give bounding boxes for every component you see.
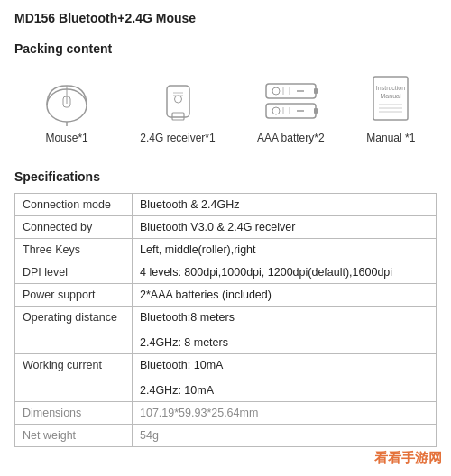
watermark: 看看手游网 xyxy=(374,450,442,467)
svg-rect-5 xyxy=(172,113,184,120)
svg-point-11 xyxy=(272,87,280,95)
receiver-icon xyxy=(153,77,203,126)
spec-label: Three Keys xyxy=(15,239,133,261)
specs-title: Specifications xyxy=(14,169,437,184)
spec-label: Net weight xyxy=(15,425,133,447)
mouse-icon xyxy=(35,77,98,126)
packing-title: Packing content xyxy=(14,41,437,56)
spec-label: Connected by xyxy=(15,216,133,239)
table-row: Connection modeBluetooth & 2.4GHz xyxy=(15,194,437,216)
spec-label: DPI level xyxy=(15,261,133,284)
table-row: Power support2*AAA batteries (included) xyxy=(15,284,437,307)
spec-label: Working current xyxy=(15,354,133,402)
svg-rect-16 xyxy=(314,108,318,114)
svg-rect-9 xyxy=(266,84,316,98)
packing-label-battery: AAA battery*2 xyxy=(257,132,325,144)
svg-text:Instruction: Instruction xyxy=(376,85,405,91)
packing-item-mouse: Mouse*1 xyxy=(35,77,98,144)
spec-label: Operating distance xyxy=(15,307,133,354)
svg-rect-10 xyxy=(314,88,318,94)
spec-value: 107.19*59.93*25.64mm xyxy=(133,402,437,425)
packing-label-mouse: Mouse*1 xyxy=(45,132,87,144)
spec-label: Dimensions xyxy=(15,402,133,425)
page-title: MD156 Bluetooth+2.4G Mouse xyxy=(14,11,437,25)
svg-rect-15 xyxy=(266,104,316,118)
packing-label-receiver: 2.4G receiver*1 xyxy=(140,132,215,144)
table-row: Net weight54g xyxy=(15,425,437,447)
specs-section: Specifications Connection modeBluetooth … xyxy=(14,169,437,447)
spec-value: Bluetooth:8 meters2.4GHz: 8 meters xyxy=(133,307,437,354)
spec-value: Bluetooth V3.0 & 2.4G receiver xyxy=(133,216,437,239)
manual-icon: Instruction Manual xyxy=(366,72,416,126)
packing-item-manual: Instruction Manual Manual *1 xyxy=(366,72,416,144)
table-row: Dimensions107.19*59.93*25.64mm xyxy=(15,402,437,425)
packing-section: Packing content Mouse*1 xyxy=(14,41,437,150)
spec-value: Left, middle(roller),right xyxy=(133,239,437,261)
spec-label: Connection mode xyxy=(15,194,133,216)
battery-icon xyxy=(262,77,320,126)
spec-value: 4 levels: 800dpi,1000dpi, 1200dpi(defaul… xyxy=(133,261,437,284)
svg-text:Manual: Manual xyxy=(380,93,400,99)
packing-items: Mouse*1 2.4G receiver*1 xyxy=(14,65,437,150)
svg-point-6 xyxy=(174,96,181,103)
packing-label-manual: Manual *1 xyxy=(366,132,415,144)
table-row: Operating distanceBluetooth:8 meters2.4G… xyxy=(15,307,437,354)
svg-point-17 xyxy=(272,107,280,114)
spec-value: 54g xyxy=(133,425,437,447)
spec-value: 2*AAA batteries (included) xyxy=(133,284,437,307)
specs-table: Connection modeBluetooth & 2.4GHzConnect… xyxy=(14,193,437,447)
spec-value: Bluetooth & 2.4GHz xyxy=(133,194,437,216)
spec-label: Power support xyxy=(15,284,133,307)
table-row: Working currentBluetooth: 10mA2.4GHz: 10… xyxy=(15,354,437,402)
packing-item-receiver: 2.4G receiver*1 xyxy=(140,77,215,144)
table-row: Three KeysLeft, middle(roller),right xyxy=(15,239,437,261)
spec-value: Bluetooth: 10mA2.4GHz: 10mA xyxy=(133,354,437,402)
table-row: Connected byBluetooth V3.0 & 2.4G receiv… xyxy=(15,216,437,239)
table-row: DPI level4 levels: 800dpi,1000dpi, 1200d… xyxy=(15,261,437,284)
packing-item-battery: AAA battery*2 xyxy=(257,77,325,144)
